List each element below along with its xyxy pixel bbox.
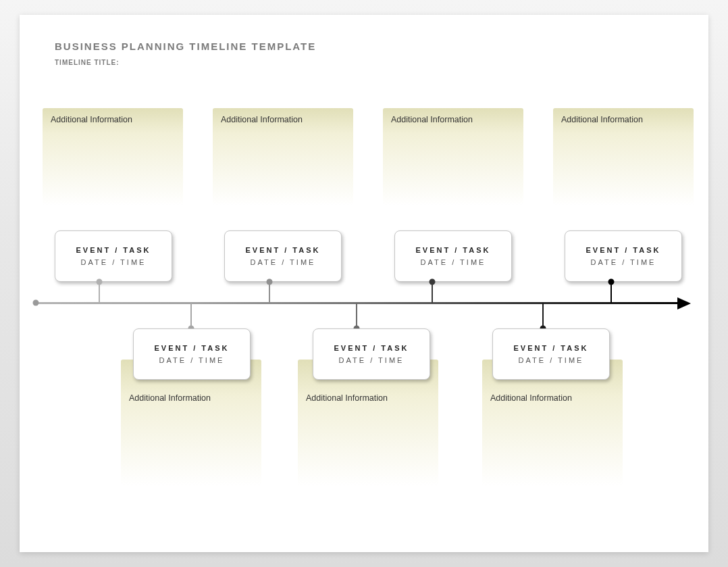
- info-label: Additional Information: [490, 393, 572, 403]
- connector-dot: [608, 279, 615, 285]
- date-label: DATE / TIME: [519, 356, 584, 364]
- info-box-top[interactable]: Additional Information: [553, 108, 694, 223]
- event-label: EVENT / TASK: [416, 246, 491, 254]
- info-box-bottom[interactable]: Additional Information: [121, 360, 261, 522]
- axis-line: [33, 302, 681, 304]
- event-label: EVENT / TASK: [246, 246, 321, 254]
- document-sheet: BUSINESS PLANNING TIMELINE TEMPLATE TIME…: [20, 15, 708, 552]
- event-card[interactable]: EVENT / TASKDATE / TIME: [394, 230, 512, 282]
- info-box-top[interactable]: Additional Information: [383, 108, 523, 223]
- arrow-right-icon: [677, 297, 691, 310]
- page-title: BUSINESS PLANNING TIMELINE TEMPLATE: [55, 41, 681, 52]
- info-label: Additional Information: [561, 115, 643, 124]
- event-label: EVENT / TASK: [514, 344, 589, 352]
- event-card[interactable]: EVENT / TASKDATE / TIME: [313, 328, 430, 380]
- info-box-top[interactable]: Additional Information: [43, 108, 183, 223]
- timeline-title-label: TIMELINE TITLE:: [55, 59, 681, 66]
- event-card[interactable]: EVENT / TASKDATE / TIME: [565, 230, 682, 282]
- event-label: EVENT / TASK: [334, 344, 409, 352]
- event-label: EVENT / TASK: [586, 246, 661, 254]
- connector: [610, 282, 612, 303]
- info-label: Additional Information: [51, 115, 132, 124]
- info-box-bottom[interactable]: Additional Information: [482, 360, 623, 522]
- connector: [356, 303, 357, 328]
- event-card[interactable]: EVENT / TASKDATE / TIME: [492, 328, 610, 380]
- event-card[interactable]: EVENT / TASKDATE / TIME: [133, 328, 251, 380]
- event-label: EVENT / TASK: [76, 246, 151, 254]
- connector-dot: [430, 279, 436, 285]
- axis-start-dot: [33, 300, 39, 306]
- date-label: DATE / TIME: [159, 356, 225, 364]
- info-label: Additional Information: [129, 393, 211, 403]
- info-box-bottom[interactable]: Additional Information: [298, 360, 438, 522]
- date-label: DATE / TIME: [339, 356, 405, 364]
- connector: [99, 282, 100, 303]
- info-box-top[interactable]: Additional Information: [213, 108, 353, 223]
- date-label: DATE / TIME: [251, 258, 316, 266]
- timeline-axis: [33, 302, 688, 304]
- info-label: Additional Information: [306, 393, 388, 403]
- event-card[interactable]: EVENT / TASKDATE / TIME: [55, 230, 172, 282]
- date-label: DATE / TIME: [81, 258, 147, 266]
- info-label: Additional Information: [221, 115, 303, 124]
- event-label: EVENT / TASK: [155, 344, 230, 352]
- event-card[interactable]: EVENT / TASKDATE / TIME: [224, 230, 342, 282]
- connector: [432, 282, 433, 303]
- connector: [269, 282, 270, 303]
- connector-dot: [267, 279, 273, 285]
- timeline-canvas: Additional InformationEVENT / TASKDATE /…: [20, 76, 708, 549]
- connector-dot: [97, 279, 103, 285]
- info-label: Additional Information: [391, 115, 473, 124]
- connector: [190, 303, 192, 328]
- date-label: DATE / TIME: [421, 258, 486, 266]
- connector: [542, 303, 544, 328]
- date-label: DATE / TIME: [591, 258, 656, 266]
